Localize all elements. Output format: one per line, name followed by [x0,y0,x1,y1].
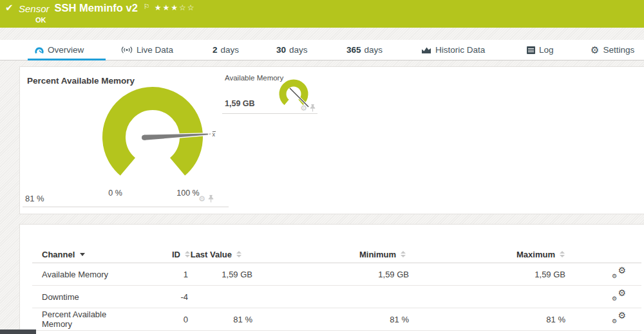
tab-label: Live Data [137,45,173,55]
gauge-value: 81 % [25,194,44,203]
tab-label: days [365,45,383,55]
column-label: ID [172,250,180,259]
channel-id: -4 [135,292,190,302]
tab-historic-data[interactable]: Historic Data [421,40,485,60]
area-chart-icon [421,46,431,54]
large-gear-icon: ⚙ [618,288,626,297]
sensor-title-row: Sensor SSH Meminfo v2 ⚐ ★★★☆☆ [19,2,195,14]
gauge-tools: ⚙ [300,104,316,112]
small-gear-icon: ⚙ [612,319,617,324]
tab-live-data[interactable]: Live Data [121,40,173,60]
tab-bar: Overview Live Data 2 days 30 days 365 da… [0,40,644,60]
column-label: Maximum [516,250,555,259]
tab-365-days[interactable]: 365 days [346,40,383,60]
sensor-header: ✔ Sensor SSH Meminfo v2 ⚐ ★★★☆☆ OK [0,0,644,28]
channel-id: 0 [135,315,190,324]
channel-minimum: 1,59 GB [254,270,411,279]
primary-channel-gauge-tile[interactable]: Percent Available Memory x 0 % 100 % 81 … [23,71,229,207]
sort-icon [236,251,242,257]
tab-number: 30 [276,45,286,55]
flag-icon[interactable]: ⚐ [144,3,150,11]
gauge-scale-min: 0 % [96,189,135,198]
priority-stars[interactable]: ★★★☆☆ [155,3,196,12]
tab-label: Log [539,45,554,55]
channel-settings-icon[interactable]: ⚙ ⚙ [612,290,626,301]
prtg-sensor-page: ✔ Sensor SSH Meminfo v2 ⚐ ★★★☆☆ OK Overv… [0,0,644,334]
channel-minimum: 81 % [254,315,411,324]
table-row-percent-available-memory[interactable]: Percent Available Memory 0 81 % 81 % 81 … [32,308,641,331]
mean-marker-label: x [213,131,216,138]
tab-overview[interactable]: Overview [35,40,84,60]
gauge-tools: ⚙ [198,195,214,203]
channels-panel: Channel ID Last Value Minimum Maximum [19,224,644,334]
tab-label: Overview [48,45,84,55]
pin-icon[interactable] [310,104,316,112]
pin-icon[interactable] [208,195,214,203]
tab-label: days [289,45,308,55]
sort-caret-icon [80,253,85,256]
large-gear-icon: ⚙ [618,311,626,320]
percent-available-memory-gauge: x [77,79,219,176]
column-label: Minimum [359,250,396,259]
tab-label: days [221,45,240,55]
channel-last-value: 81 % [190,315,254,324]
sort-icon [185,251,190,257]
channel-maximum: 81 % [411,315,567,324]
sensor-status-badge: OK [35,16,46,24]
sensor-title: SSH Meminfo v2 [55,2,138,14]
gauge-settings-icon[interactable]: ⚙ [300,104,307,112]
tab-log[interactable]: Log [527,40,554,60]
broadcast-icon [121,46,133,54]
column-header-id[interactable]: ID [135,250,190,259]
channel-maximum: 1,59 GB [411,270,567,279]
table-header-row: Channel ID Last Value Minimum Maximum [32,246,641,263]
channel-name: Available Memory [32,270,135,279]
log-list-icon [527,46,535,54]
active-tab-underline [28,59,106,60]
column-label: Last Value [191,250,232,259]
gauges-panel: Percent Available Memory x 0 % 100 % 81 … [19,66,644,214]
sort-icon [401,251,406,257]
gauge-settings-icon[interactable]: ⚙ [198,195,205,203]
channel-last-value: 1,59 GB [190,270,254,279]
object-kind-label: Sensor [19,3,50,14]
channel-name: Downtime [32,292,135,302]
gauge-value: 1,59 GB [225,99,255,108]
channel-table: Channel ID Last Value Minimum Maximum [32,246,641,331]
column-header-minimum[interactable]: Minimum [254,250,411,259]
tab-label: Historic Data [435,45,485,55]
tab-number: 365 [346,45,361,55]
channel-name: Percent Available Memory [32,310,135,329]
table-row-available-memory[interactable]: Available Memory 1 1,59 GB 1,59 GB 1,59 … [32,263,641,286]
column-header-last-value[interactable]: Last Value [190,250,254,259]
channel-settings-icon[interactable]: ⚙ ⚙ [612,268,626,279]
large-gear-icon: ⚙ [618,266,626,275]
secondary-channel-gauge-tile[interactable]: Available Memory 1,59 GB ⚙ [222,71,317,114]
tab-label: Settings [603,45,634,55]
gauge-icon [35,46,44,54]
tab-30-days[interactable]: 30 days [276,40,308,60]
column-header-maximum[interactable]: Maximum [411,250,567,259]
bottom-left-bar [0,329,36,334]
column-label: Channel [42,250,75,259]
gear-icon: ⚙ [591,45,599,55]
small-gear-icon: ⚙ [612,274,617,279]
tab-number: 2 [213,45,218,55]
sort-icon [560,251,565,257]
channel-settings-icon[interactable]: ⚙ ⚙ [612,313,626,324]
table-row-downtime[interactable]: Downtime -4 ⚙ ⚙ [32,286,641,308]
column-header-channel[interactable]: Channel [32,250,135,259]
small-gear-icon: ⚙ [612,296,617,302]
status-ok-check-icon: ✔ [5,2,14,14]
tab-settings[interactable]: ⚙ Settings [591,40,634,60]
tab-2-days[interactable]: 2 days [213,40,239,60]
channel-id: 1 [135,270,190,279]
